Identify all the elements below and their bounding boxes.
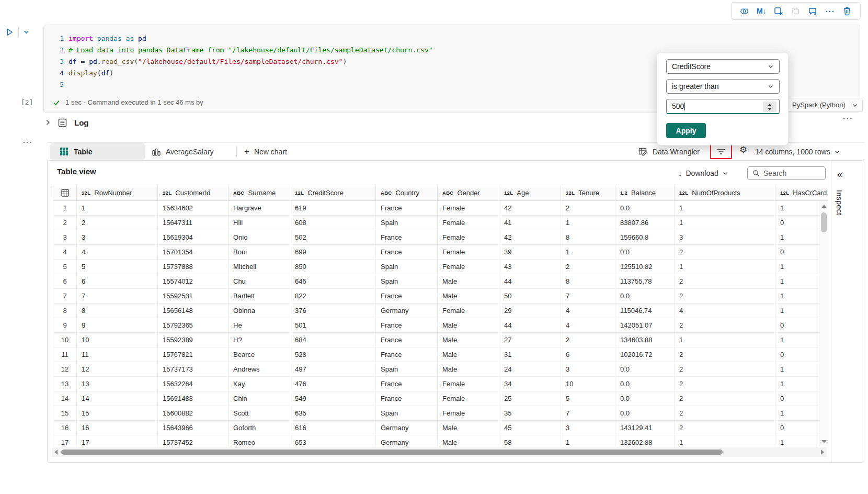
- horizontal-scrollbar[interactable]: [52, 447, 827, 457]
- table-cell: 2: [675, 245, 775, 259]
- table-cell: France: [376, 201, 438, 215]
- table-row: 151515600882Scott635SpainFemale3570.021: [53, 406, 828, 421]
- row-index-cell: 14: [53, 391, 77, 406]
- settings-gear-icon[interactable]: ⚙: [739, 144, 747, 155]
- column-name: HasCrCard: [793, 189, 827, 197]
- tab-divider: [236, 146, 237, 156]
- new-chart-button[interactable]: + New chart: [244, 143, 287, 160]
- delete-cell-button[interactable]: [840, 4, 854, 18]
- duplicate-icon: [791, 6, 801, 16]
- column-type-icon: 12L: [679, 190, 688, 196]
- execution-count: [2]: [21, 98, 33, 106]
- run-options-dropdown[interactable]: [23, 29, 30, 36]
- code-line: 1import pandas as pd: [44, 33, 860, 44]
- success-check-icon: [53, 99, 60, 106]
- inspect-tab[interactable]: Inspect: [835, 190, 843, 216]
- log-expander[interactable]: Log: [45, 116, 89, 129]
- clear-output-button[interactable]: [772, 4, 785, 18]
- horizontal-scrollbar-thumb[interactable]: [61, 450, 723, 455]
- table-cell: 822: [290, 289, 376, 303]
- table-cell: 2: [675, 406, 775, 420]
- table-cell: Male: [438, 289, 499, 303]
- scroll-left-arrow[interactable]: [54, 450, 58, 455]
- spinner-up-icon: [768, 104, 772, 106]
- download-icon: ↓: [678, 169, 682, 177]
- table-cell: Female: [438, 260, 499, 274]
- table-cell: 34: [499, 377, 561, 391]
- column-name: CustomerId: [175, 189, 210, 197]
- table-cell: 15643966: [158, 421, 229, 435]
- tab-table[interactable]: Table: [50, 143, 145, 160]
- column-type-icon: ABC: [233, 190, 244, 196]
- header-cell-creditscore: 12LCreditScore: [290, 185, 376, 200]
- row-index-cell: 2: [53, 216, 77, 230]
- filter-value-input[interactable]: 500: [666, 99, 780, 114]
- search-input[interactable]: [763, 169, 821, 177]
- table-row: 161615643966Goforth616GermanyMale4531431…: [53, 421, 828, 435]
- table-cell: 14: [77, 391, 158, 406]
- table-cell: 132602.88: [615, 435, 675, 446]
- scroll-right-arrow[interactable]: [821, 450, 824, 455]
- filter-column-select[interactable]: CreditScore: [666, 59, 780, 74]
- table-cell: 15647311: [158, 216, 229, 230]
- collapse-panel-button[interactable]: «: [837, 169, 842, 180]
- column-type-icon: 12L: [504, 190, 513, 196]
- column-type-icon: 12L: [780, 190, 789, 196]
- download-button[interactable]: ↓ Download: [678, 169, 728, 177]
- table-cell: 4: [77, 245, 158, 259]
- table-cell: 115046.74: [615, 304, 675, 318]
- table-cell: He: [229, 318, 290, 332]
- columns-rows-summary[interactable]: 14 columns, 1000 rows: [755, 143, 840, 160]
- column-name: NumOfProducts: [692, 189, 740, 197]
- scroll-down-arrow[interactable]: [821, 440, 827, 443]
- table-cell: 15737452: [158, 435, 229, 446]
- column-name: Gender: [457, 189, 479, 197]
- table-row: 4415701354Boni699FranceFemale3910.020: [53, 245, 828, 260]
- row-index-cell: 4: [53, 245, 77, 259]
- number-spinner[interactable]: [763, 102, 776, 112]
- apply-button[interactable]: Apply: [666, 123, 706, 138]
- cell-more-options[interactable]: ···: [843, 115, 853, 123]
- summary-label: 14 columns, 1000 rows: [755, 148, 830, 156]
- plus-icon: +: [244, 147, 249, 157]
- table-cell: Germany: [376, 421, 438, 435]
- filter-button[interactable]: [710, 144, 732, 159]
- table-cell: France: [376, 391, 438, 406]
- table-cell: 39: [499, 245, 561, 259]
- table-cell: Male: [438, 421, 499, 435]
- table-cell: 15600882: [158, 406, 229, 420]
- convert-to-markdown-button[interactable]: M↓: [755, 4, 768, 18]
- scroll-up-arrow[interactable]: [821, 205, 827, 208]
- table-cell: Male: [438, 362, 499, 376]
- table-cell: 1: [675, 435, 775, 446]
- more-options-button[interactable]: ···: [824, 4, 837, 18]
- clear-output-icon: [774, 6, 784, 16]
- table-cell: 10: [77, 333, 158, 347]
- duplicate-cell-button[interactable]: [789, 4, 803, 18]
- data-grid: 12LRowNumber12LCustomerIdABCSurname12LCr…: [53, 185, 828, 446]
- chevron-down-icon: [852, 102, 858, 108]
- tab-averagesalary[interactable]: AverageSalary: [152, 143, 214, 160]
- table-cell: 497: [290, 362, 376, 376]
- filter-operator-select[interactable]: is greater than: [666, 79, 780, 94]
- table-cell: 549: [290, 391, 376, 406]
- table-cell: 143129.41: [615, 421, 675, 435]
- table-cell: 113755.78: [615, 274, 675, 288]
- header-cell-age: 12LAge: [499, 185, 561, 200]
- kernel-selector[interactable]: PySpark (Python): [787, 98, 863, 112]
- tab-averagesalary-label: AverageSalary: [166, 148, 214, 156]
- vertical-scrollbar-thumb[interactable]: [821, 212, 827, 232]
- table-cell: Hargrave: [229, 201, 290, 215]
- grid-header: 12LRowNumber12LCustomerIdABCSurname12LCr…: [53, 185, 828, 201]
- table-cell: 1: [675, 216, 775, 230]
- table-cell: 8: [77, 304, 158, 318]
- vertical-scrollbar[interactable]: [819, 201, 828, 446]
- output-more-options[interactable]: ···: [23, 138, 33, 146]
- copilot-button[interactable]: [737, 4, 751, 18]
- run-cell-button[interactable]: [5, 28, 14, 37]
- table-cell: 27: [499, 333, 561, 347]
- data-wrangler-button[interactable]: Data Wrangler: [638, 143, 700, 160]
- add-comment-button[interactable]: [806, 4, 820, 18]
- row-index-cell: 1: [53, 201, 77, 215]
- table-cell: 15619304: [158, 230, 229, 244]
